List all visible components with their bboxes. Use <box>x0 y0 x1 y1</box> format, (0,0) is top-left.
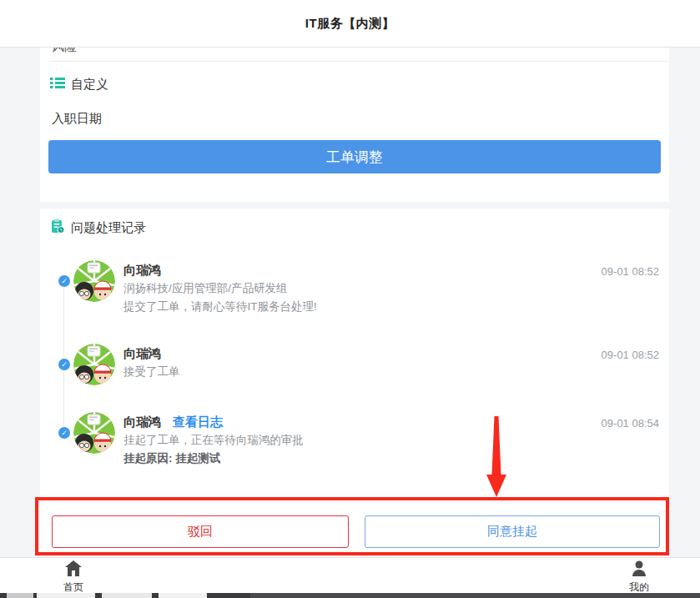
home-icon <box>65 560 82 580</box>
taskbar-segment <box>37 593 95 598</box>
records-card: 问题处理记录 ✓ <box>40 209 669 557</box>
nav-item-mine[interactable]: 我的 <box>621 560 657 595</box>
record-timestamp: 09-01 08:52 <box>602 349 659 361</box>
reject-button[interactable]: 驳回 <box>52 515 349 548</box>
field-label-hire-date: 入职日期 <box>52 111 102 127</box>
record-user-name: 向瑞鸿 <box>123 345 161 362</box>
check-dot-icon: ✓ <box>58 359 70 370</box>
avatar <box>73 344 115 385</box>
custom-section-label: 自定义 <box>71 77 108 93</box>
records-section-title: 问题处理记录 <box>71 220 146 236</box>
avatar <box>73 412 115 454</box>
taskbar-strip <box>0 593 700 598</box>
record-body: 向瑞鸿 润扬科技/应用管理部/产品研发组 提交了工单，请耐心等待IT服务台处理! <box>123 262 569 315</box>
taskbar-segment <box>102 593 152 598</box>
record-body: 向瑞鸿 接受了工单 <box>123 345 569 380</box>
view-log-link[interactable]: 查看日志 <box>173 414 223 430</box>
app-header: IT服务【内测】 <box>0 0 700 48</box>
record-suspend-reason: 挂起原因: 挂起测试 <box>123 450 569 467</box>
page: IT服务【内测】 风险 自定义 入职日期 工单调整 <box>0 0 700 598</box>
page-title: IT服务【内测】 <box>305 16 395 32</box>
record-message: 接受了工单 <box>123 364 569 380</box>
divider <box>50 61 669 62</box>
record-body: 向瑞鸿 查看日志 挂起了工单，正在等待向瑞鸿的审批 挂起原因: 挂起测试 <box>123 414 569 467</box>
list-icon <box>50 75 65 93</box>
bottom-nav: 首页 我的 <box>0 557 700 593</box>
ticket-adjust-button[interactable]: 工单调整 <box>48 140 661 173</box>
records-section-header: 问题处理记录 <box>50 219 146 237</box>
check-dot-icon: ✓ <box>58 275 70 287</box>
record-user-name: 向瑞鸿 <box>123 262 161 279</box>
check-dot-icon: ✓ <box>58 427 70 439</box>
form-card: 风险 自定义 入职日期 工单调整 <box>40 48 669 202</box>
taskbar-segment <box>250 593 700 598</box>
record-message: 提交了工单，请耐心等待IT服务台处理! <box>123 299 569 315</box>
approve-suspend-button[interactable]: 同意挂起 <box>365 515 660 548</box>
record-user-name: 向瑞鸿 <box>123 414 161 430</box>
record-user-dept: 润扬科技/应用管理部/产品研发组 <box>123 280 569 297</box>
record-message: 挂起了工单，正在等待向瑞鸿的审批 <box>123 432 569 449</box>
timeline-connector <box>63 288 64 427</box>
clipboard-clock-icon <box>50 219 65 237</box>
person-icon <box>632 560 647 580</box>
record-timestamp: 09-01 08:54 <box>602 417 659 430</box>
record-timestamp: 09-01 08:52 <box>602 265 659 278</box>
taskbar-segment <box>7 593 33 598</box>
taskbar-segment <box>159 593 207 598</box>
avatar <box>73 260 115 302</box>
clipped-field-text: 风险 <box>52 48 77 53</box>
custom-section-row: 自定义 <box>50 75 108 93</box>
nav-item-home[interactable]: 首页 <box>55 560 92 595</box>
